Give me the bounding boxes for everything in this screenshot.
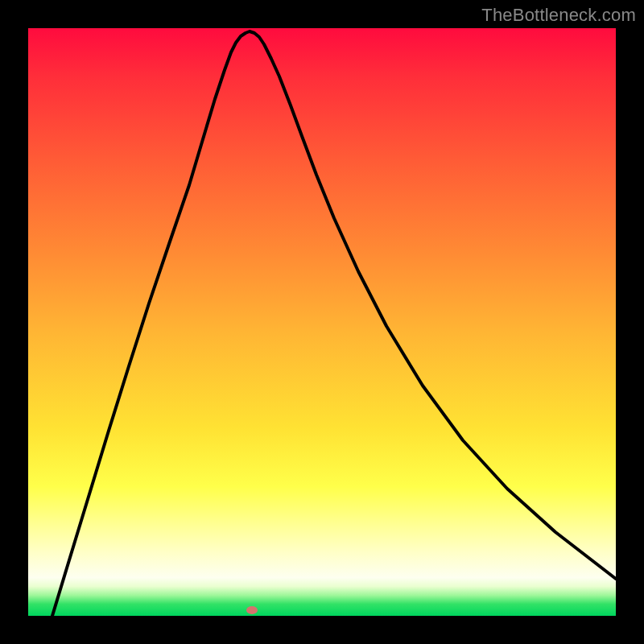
- watermark-text: TheBottleneck.com: [481, 5, 636, 26]
- minimum-marker: [246, 606, 258, 614]
- outer-frame: TheBottleneck.com: [0, 0, 644, 644]
- bottleneck-curve: [52, 31, 616, 616]
- plot-area: [28, 28, 616, 616]
- curve-svg: [28, 28, 616, 616]
